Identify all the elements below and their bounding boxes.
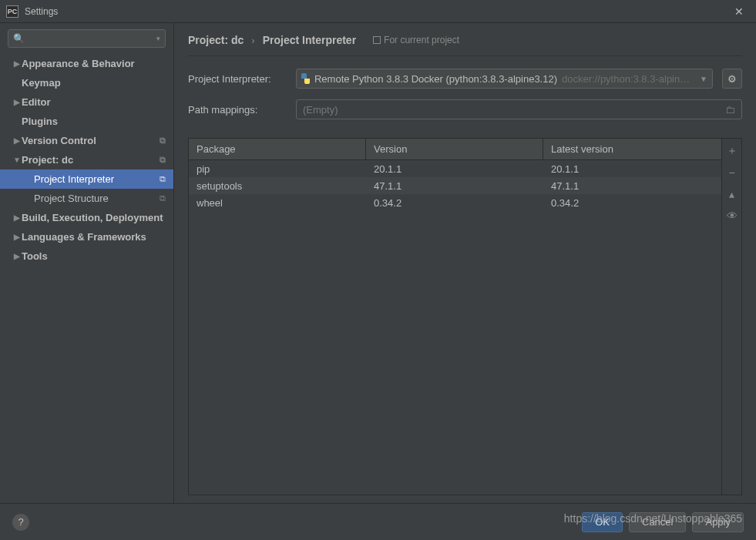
remove-package-button[interactable]: − <box>724 165 740 180</box>
caret-right-icon: ▶ <box>12 98 22 106</box>
cell-version: 47.1.1 <box>366 179 543 193</box>
plus-icon: ＋ <box>727 144 738 158</box>
minus-icon: − <box>728 166 734 179</box>
scope-label: For current project <box>384 35 459 45</box>
eye-icon: 👁 <box>727 210 738 222</box>
sidebar-item-label: Keymap <box>22 77 61 89</box>
copy-icon: ⧉ <box>160 136 166 146</box>
cell-latest: 0.34.2 <box>543 196 721 210</box>
titlebar: PC Settings ✕ <box>0 0 756 23</box>
col-latest[interactable]: Latest version <box>543 139 721 159</box>
show-early-releases-button[interactable]: 👁 <box>724 208 740 223</box>
scope-icon <box>373 36 381 44</box>
sidebar-item-label: Appearance & Behavior <box>22 58 135 69</box>
dialog-footer: ? OK Cancel Apply <box>0 503 756 540</box>
scope-badge: For current project <box>373 35 459 45</box>
sidebar-item-appearance[interactable]: ▶ Appearance & Behavior <box>0 54 173 73</box>
sidebar-item-label: Project: dc <box>22 154 73 166</box>
settings-sidebar: 🔍 ▾ ▶ Appearance & Behavior Keymap ▶ Edi… <box>0 23 174 503</box>
sidebar-item-languages[interactable]: ▶ Languages & Frameworks <box>0 227 173 247</box>
gear-icon: ⚙ <box>727 73 737 85</box>
interpreter-path: docker://python:3.8.3-alpine3.12/pytho <box>562 73 695 85</box>
sidebar-item-plugins[interactable]: Plugins <box>0 112 173 131</box>
breadcrumb-current: Project Interpreter <box>263 34 356 46</box>
sidebar-item-project-structure[interactable]: Project Structure ⧉ <box>0 189 173 208</box>
sidebar-item-label: Project Structure <box>34 193 109 204</box>
question-icon: ? <box>18 516 23 528</box>
sidebar-item-label: Tools <box>22 250 48 262</box>
interpreter-label: Project Interpreter: <box>188 73 287 85</box>
python-icon <box>301 73 310 84</box>
caret-right-icon: ▶ <box>12 233 22 241</box>
copy-icon: ⧉ <box>160 174 166 184</box>
interpreter-settings-button[interactable]: ⚙ <box>722 69 742 89</box>
table-row[interactable]: setuptools47.1.147.1.1 <box>189 177 721 194</box>
main-panel: Project: dc › Project Interpreter For cu… <box>174 23 756 503</box>
caret-right-icon: ▶ <box>12 213 22 222</box>
sidebar-item-project[interactable]: ▼ Project: dc ⧉ <box>0 150 173 169</box>
breadcrumb-parent[interactable]: Project: dc <box>188 34 244 46</box>
window-title: Settings <box>25 6 58 17</box>
path-mappings-input[interactable]: (Empty) 🗀 <box>296 99 742 119</box>
cell-package: wheel <box>189 196 366 210</box>
sidebar-item-label: Build, Execution, Deployment <box>22 212 163 223</box>
sidebar-item-label: Project Interpreter <box>34 173 114 185</box>
chevron-down-icon: ▼ <box>700 75 707 83</box>
table-header: Package Version Latest version <box>189 139 721 160</box>
breadcrumb: Project: dc › Project Interpreter For cu… <box>188 34 742 56</box>
search-icon: 🔍 <box>13 33 25 44</box>
sidebar-item-project-interpreter[interactable]: Project Interpreter ⧉ <box>0 169 173 189</box>
sidebar-item-editor[interactable]: ▶ Editor <box>0 92 173 112</box>
caret-down-icon: ▼ <box>12 156 22 164</box>
ok-button[interactable]: OK <box>582 512 623 532</box>
cell-package: setuptools <box>189 179 366 193</box>
col-package[interactable]: Package <box>189 139 366 159</box>
sidebar-item-label: Editor <box>22 96 51 108</box>
cell-version: 0.34.2 <box>366 196 543 210</box>
sidebar-item-label: Version Control <box>22 135 96 146</box>
close-icon[interactable]: ✕ <box>728 2 750 21</box>
triangle-up-icon: ▴ <box>729 188 734 200</box>
copy-icon: ⧉ <box>160 193 166 203</box>
breadcrumb-sep: › <box>251 35 254 46</box>
sidebar-item-build[interactable]: ▶ Build, Execution, Deployment <box>0 208 173 227</box>
search-input-wrap[interactable]: 🔍 ▾ <box>8 29 166 48</box>
cell-latest: 47.1.1 <box>543 179 721 193</box>
copy-icon: ⧉ <box>160 155 166 165</box>
upgrade-package-button[interactable]: ▴ <box>724 186 740 202</box>
packages-table: Package Version Latest version pip20.1.1… <box>188 138 742 495</box>
caret-right-icon: ▶ <box>12 252 22 260</box>
path-mappings-label: Path mappings: <box>188 104 287 116</box>
table-row[interactable]: pip20.1.120.1.1 <box>189 160 721 177</box>
cell-package: pip <box>189 162 366 176</box>
help-button[interactable]: ? <box>12 514 29 531</box>
add-package-button[interactable]: ＋ <box>724 143 740 159</box>
sidebar-item-vcs[interactable]: ▶ Version Control ⧉ <box>0 131 173 150</box>
sidebar-item-label: Languages & Frameworks <box>22 231 146 243</box>
interpreter-value: Remote Python 3.8.3 Docker (python:3.8.3… <box>314 73 557 85</box>
sidebar-item-tools[interactable]: ▶ Tools <box>0 247 173 266</box>
chevron-down-icon: ▾ <box>156 35 160 42</box>
caret-right-icon: ▶ <box>12 59 22 68</box>
cancel-button[interactable]: Cancel <box>629 512 686 532</box>
table-row[interactable]: wheel0.34.20.34.2 <box>189 194 721 211</box>
interpreter-select[interactable]: Remote Python 3.8.3 Docker (python:3.8.3… <box>296 69 713 89</box>
sidebar-item-label: Plugins <box>22 116 58 127</box>
sidebar-item-keymap[interactable]: Keymap <box>0 73 173 92</box>
search-input[interactable] <box>28 33 153 44</box>
apply-button[interactable]: Apply <box>692 512 744 532</box>
path-mappings-value: (Empty) <box>303 104 338 116</box>
packages-toolbar: ＋ − ▴ 👁 <box>721 139 741 495</box>
cell-latest: 20.1.1 <box>543 162 721 176</box>
folder-icon[interactable]: 🗀 <box>725 104 735 116</box>
app-logo-icon: PC <box>6 5 18 18</box>
col-version[interactable]: Version <box>366 139 543 159</box>
cell-version: 20.1.1 <box>366 162 543 176</box>
caret-right-icon: ▶ <box>12 136 22 145</box>
